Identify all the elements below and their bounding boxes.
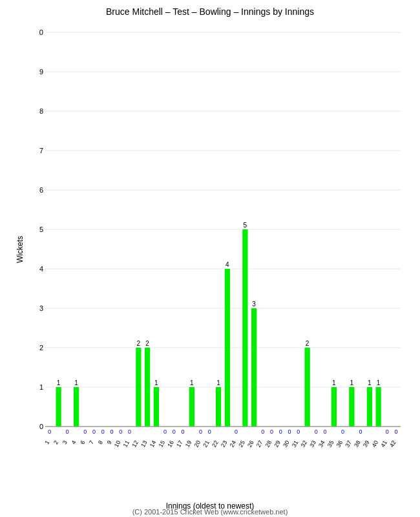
svg-text:38: 38 — [353, 439, 362, 448]
svg-text:39: 39 — [362, 439, 371, 448]
svg-text:37: 37 — [344, 439, 353, 448]
svg-text:10: 10 — [39, 28, 43, 36]
svg-text:0: 0 — [199, 428, 202, 435]
svg-text:4: 4 — [226, 261, 229, 268]
svg-text:40: 40 — [371, 439, 380, 448]
svg-text:0: 0 — [110, 428, 114, 435]
chart-area: 0123456789100101000000221000100140530000… — [39, 26, 407, 465]
svg-text:34: 34 — [317, 439, 326, 448]
svg-text:6: 6 — [39, 186, 43, 194]
svg-text:30: 30 — [282, 439, 291, 448]
svg-text:0: 0 — [39, 423, 43, 430]
svg-text:0: 0 — [83, 428, 87, 435]
svg-text:7: 7 — [88, 439, 95, 445]
svg-text:33: 33 — [308, 439, 317, 448]
svg-text:1: 1 — [332, 379, 336, 386]
svg-text:0: 0 — [315, 428, 318, 435]
svg-text:8: 8 — [97, 439, 104, 445]
svg-text:2: 2 — [145, 340, 149, 347]
svg-rect-61 — [305, 348, 310, 427]
svg-rect-47 — [216, 387, 221, 427]
svg-text:0: 0 — [270, 428, 273, 435]
svg-text:14: 14 — [149, 439, 158, 448]
svg-text:3: 3 — [61, 439, 68, 445]
svg-text:0: 0 — [297, 428, 300, 435]
svg-text:42: 42 — [388, 439, 397, 448]
svg-text:0: 0 — [101, 428, 105, 435]
svg-text:0: 0 — [386, 428, 389, 435]
svg-rect-23 — [56, 387, 61, 427]
svg-text:0: 0 — [235, 428, 238, 435]
svg-text:10: 10 — [113, 439, 122, 448]
svg-text:0: 0 — [119, 428, 122, 435]
svg-text:0: 0 — [48, 428, 51, 435]
svg-text:1: 1 — [74, 379, 78, 386]
svg-text:0: 0 — [182, 428, 185, 435]
svg-text:0: 0 — [261, 428, 264, 435]
svg-text:22: 22 — [211, 439, 220, 448]
svg-text:19: 19 — [184, 439, 193, 448]
svg-text:2: 2 — [137, 340, 141, 347]
svg-text:6: 6 — [79, 439, 86, 445]
svg-text:31: 31 — [291, 439, 300, 448]
svg-text:0: 0 — [66, 428, 69, 435]
chart-svg: 0123456789100101000000221000100140530000… — [39, 26, 407, 465]
svg-text:27: 27 — [255, 439, 264, 448]
svg-text:0: 0 — [128, 428, 131, 435]
svg-text:3: 3 — [252, 301, 256, 308]
svg-text:1: 1 — [368, 379, 372, 386]
svg-text:5: 5 — [244, 222, 247, 229]
chart-title: Bruce Mitchell – Test – Bowling – Inning… — [0, 0, 420, 20]
svg-text:23: 23 — [220, 439, 229, 448]
svg-text:35: 35 — [326, 439, 335, 448]
svg-text:5: 5 — [39, 226, 43, 233]
svg-text:9: 9 — [106, 439, 113, 445]
svg-text:7: 7 — [39, 147, 43, 154]
svg-text:28: 28 — [264, 439, 273, 448]
svg-text:0: 0 — [173, 428, 176, 435]
svg-text:15: 15 — [158, 439, 167, 448]
svg-text:2: 2 — [52, 439, 59, 445]
svg-rect-52 — [242, 229, 247, 427]
svg-text:24: 24 — [229, 439, 238, 448]
svg-text:16: 16 — [166, 439, 175, 448]
svg-text:36: 36 — [335, 439, 344, 448]
svg-text:26: 26 — [246, 439, 255, 448]
copyright: (C) 2001-2015 Cricket Web (www.cricketwe… — [0, 508, 420, 516]
svg-rect-36 — [145, 348, 150, 427]
y-axis-label: Wickets — [16, 236, 25, 263]
svg-text:0: 0 — [92, 428, 96, 435]
svg-text:0: 0 — [341, 428, 344, 435]
svg-text:20: 20 — [193, 439, 202, 448]
svg-rect-49 — [225, 269, 230, 427]
svg-text:0: 0 — [395, 428, 398, 435]
svg-text:0: 0 — [208, 428, 211, 435]
svg-text:13: 13 — [140, 439, 149, 448]
svg-text:1: 1 — [39, 383, 43, 391]
svg-rect-54 — [251, 308, 257, 427]
svg-text:1: 1 — [57, 379, 61, 386]
svg-text:2: 2 — [306, 340, 310, 347]
svg-text:29: 29 — [273, 439, 282, 448]
svg-text:1: 1 — [350, 379, 354, 386]
svg-text:1: 1 — [43, 439, 50, 445]
svg-text:11: 11 — [122, 439, 131, 448]
svg-text:0: 0 — [279, 428, 282, 435]
svg-text:41: 41 — [379, 439, 388, 448]
svg-text:4: 4 — [70, 439, 78, 445]
svg-rect-73 — [376, 387, 381, 427]
svg-text:3: 3 — [39, 304, 43, 312]
svg-text:0: 0 — [288, 428, 291, 435]
svg-rect-38 — [154, 387, 159, 427]
svg-text:0: 0 — [359, 428, 362, 435]
svg-text:21: 21 — [202, 439, 211, 448]
svg-rect-65 — [331, 387, 337, 427]
svg-text:8: 8 — [39, 107, 43, 115]
svg-text:32: 32 — [300, 439, 309, 448]
svg-text:9: 9 — [39, 68, 43, 76]
svg-text:1: 1 — [190, 379, 194, 386]
svg-text:17: 17 — [175, 439, 184, 448]
svg-text:1: 1 — [216, 379, 220, 386]
svg-text:0: 0 — [163, 428, 167, 435]
svg-text:0: 0 — [324, 428, 327, 435]
